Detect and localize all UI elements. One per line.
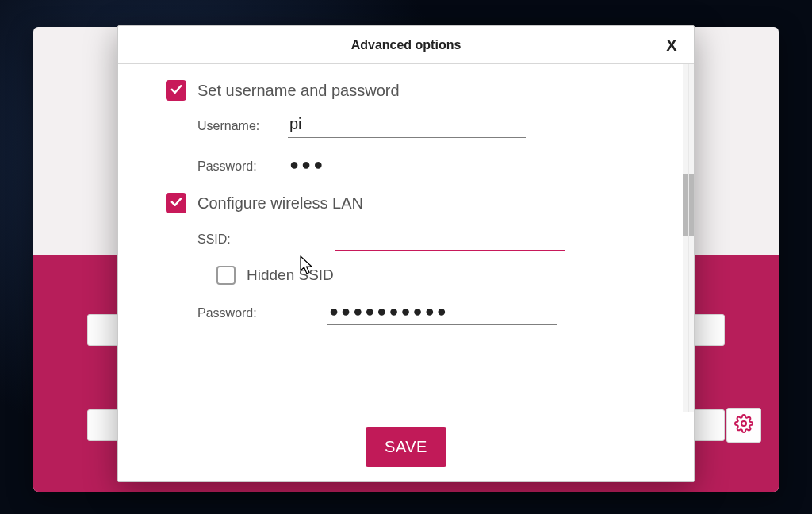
label-hidden-ssid: Hidden SSID (247, 267, 334, 284)
row-hidden-ssid: Hidden SSID (216, 266, 657, 285)
wlan-password-input[interactable] (327, 299, 557, 325)
section-title-user: Set username and password (197, 82, 400, 100)
dialog-footer: SAVE (118, 412, 694, 481)
settings-button[interactable] (726, 408, 761, 443)
label-user-password: Password: (197, 159, 277, 178)
section-head-user: Set username and password (166, 80, 657, 101)
close-icon: X (666, 36, 676, 55)
check-icon (170, 82, 183, 99)
checkbox-hidden-ssid[interactable] (216, 266, 236, 285)
row-user-password: Password: (197, 152, 657, 178)
checkbox-configure-wlan[interactable] (166, 193, 186, 213)
section-user-credentials: Set username and password Username: Pass… (166, 80, 657, 178)
ssid-input[interactable] (335, 224, 565, 251)
gear-icon (734, 414, 753, 436)
advanced-options-dialog: Advanced options X Set username and pass… (117, 25, 695, 482)
label-username: Username: (197, 119, 277, 138)
svg-point-0 (741, 421, 746, 426)
row-ssid: SSID: (197, 224, 657, 251)
check-icon (170, 195, 183, 212)
label-wlan-password: Password: (197, 306, 277, 325)
save-button[interactable]: SAVE (366, 427, 446, 467)
username-input[interactable] (288, 112, 526, 138)
close-button[interactable]: X (661, 34, 683, 56)
section-title-wlan: Configure wireless LAN (197, 194, 363, 213)
dialog-body: Set username and password Username: Pass… (142, 64, 689, 412)
dialog-header: Advanced options X (118, 26, 694, 64)
dialog-body-wrap: Set username and password Username: Pass… (118, 64, 694, 412)
label-ssid: SSID: (197, 232, 245, 251)
checkbox-set-user[interactable] (166, 80, 186, 101)
row-wlan-password: Password: (197, 299, 657, 325)
user-password-input[interactable] (288, 152, 526, 178)
section-wireless-lan: Configure wireless LAN SSID: Hidden SSID… (166, 193, 657, 325)
row-username: Username: (197, 112, 657, 138)
section-head-wlan: Configure wireless LAN (166, 193, 657, 213)
dialog-title: Advanced options (351, 38, 462, 52)
